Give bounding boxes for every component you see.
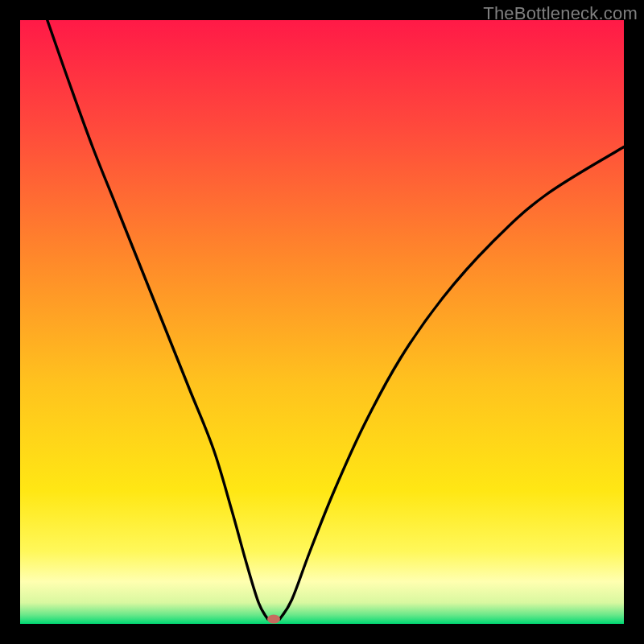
curve-right-branch <box>280 147 625 620</box>
optimal-point-marker <box>267 615 280 624</box>
watermark-text: TheBottleneck.com <box>483 3 638 24</box>
plot-area <box>20 20 624 624</box>
curve-left-branch <box>47 20 268 619</box>
bottleneck-curve <box>20 20 624 624</box>
chart-frame: TheBottleneck.com <box>0 0 644 644</box>
